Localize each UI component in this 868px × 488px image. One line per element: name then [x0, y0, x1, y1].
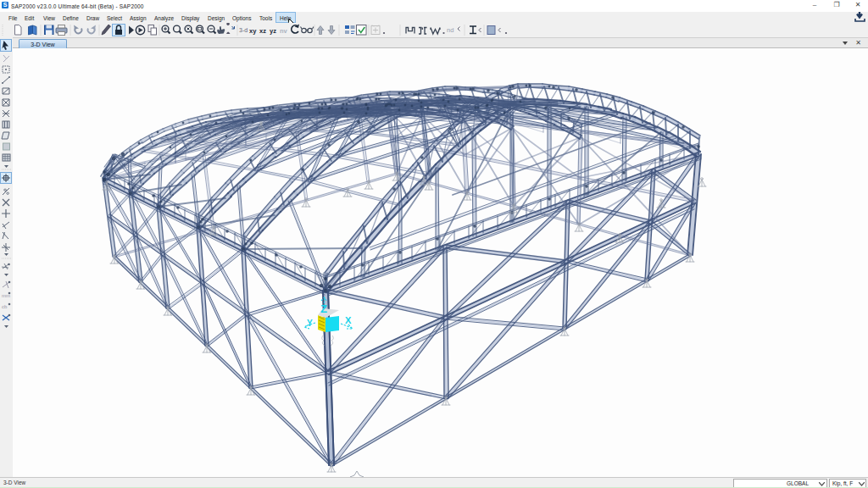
svg-text:cb: cb [2, 304, 8, 309]
svg-text:xy: xy [249, 27, 257, 35]
svg-text:3-d: 3-d [239, 27, 248, 33]
svg-text:xz: xz [259, 27, 266, 35]
svg-text:Z: Z [320, 302, 327, 315]
svg-text:nv: nv [280, 27, 288, 35]
svg-text:X: X [345, 315, 352, 325]
svg-text:Y: Y [307, 319, 313, 328]
svg-text:yz: yz [270, 27, 276, 35]
svg-text:nd: nd [447, 26, 453, 34]
